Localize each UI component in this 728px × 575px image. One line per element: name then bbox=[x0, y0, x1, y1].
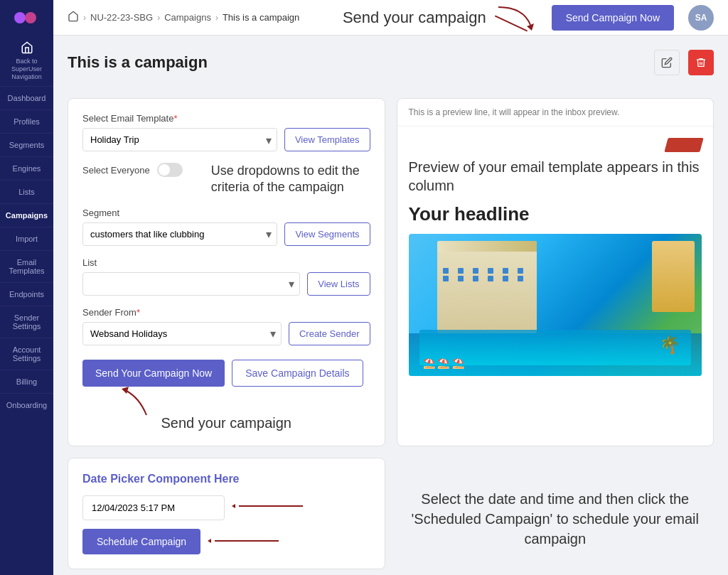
sender-select-wrapper: Websand Holidays ▾ bbox=[82, 322, 282, 345]
bottom-grid: Date Picker Component Here Schedule Camp… bbox=[68, 458, 714, 575]
preview-hotel-image: 🌴 ⛱️ ⛱️ ⛱️ bbox=[409, 234, 702, 376]
preview-header: This is a preview line, it will appear i… bbox=[397, 99, 714, 127]
hotel-tower bbox=[652, 241, 695, 312]
schedule-panel: Date Picker Component Here Schedule Camp… bbox=[68, 458, 385, 569]
list-row: ▾ View Lists bbox=[82, 272, 370, 296]
sidebar-item-email-templates[interactable]: Email Templates bbox=[0, 250, 53, 282]
brand-logo-shape bbox=[664, 138, 703, 152]
sidebar-item-profiles[interactable]: Profiles bbox=[0, 109, 53, 133]
sender-from-select[interactable]: Websand Holidays bbox=[82, 322, 282, 345]
schedule-campaign-button[interactable]: Schedule Campaign bbox=[82, 529, 200, 554]
send-campaign-now-button[interactable]: Send Campaign Now bbox=[552, 5, 674, 31]
schedule-section-title: Date Picker Component Here bbox=[82, 473, 370, 485]
email-template-label: Select Email Template* bbox=[82, 113, 370, 124]
email-template-group: Select Email Template* Holiday Trip ▾ Vi… bbox=[82, 113, 370, 151]
svg-point-1 bbox=[25, 12, 36, 23]
hotel-building bbox=[437, 241, 537, 333]
send-campaign-heading: Send your campaign bbox=[343, 9, 486, 27]
segment-group: Segment customers that like clubbing ▾ V… bbox=[82, 208, 370, 246]
main-content: › NU-22-23-SBG › Campaigns › This is a c… bbox=[53, 0, 728, 575]
sidebar-item-dashboard[interactable]: Dashboard bbox=[0, 86, 53, 109]
sidebar-item-import[interactable]: Import bbox=[0, 227, 53, 250]
sidebar-item-billing[interactable]: Billing bbox=[0, 370, 53, 393]
preview-body: Preview of your email template appears i… bbox=[397, 127, 714, 387]
email-template-select-wrapper: Holiday Trip ▾ bbox=[82, 128, 277, 151]
send-arrow-up-icon bbox=[104, 383, 161, 419]
sender-from-row: Websand Holidays ▾ Create Sender bbox=[82, 322, 370, 345]
date-picker-input[interactable] bbox=[82, 495, 225, 520]
breadcrumb-campaign-name: This is a campaign bbox=[223, 12, 299, 23]
send-hint-section: Send your campaign bbox=[82, 415, 370, 431]
sidebar-item-campaigns[interactable]: Campaigns bbox=[0, 203, 53, 227]
sidebar: Back to SuperUser Navigation Dashboard P… bbox=[0, 0, 53, 575]
preview-heading: Preview of your email template appears i… bbox=[409, 158, 702, 195]
svg-marker-3 bbox=[122, 387, 129, 394]
preview-subheading: Your headline bbox=[409, 203, 702, 225]
view-templates-button[interactable]: View Templates bbox=[284, 128, 370, 151]
list-group: List ▾ View Lists bbox=[82, 257, 370, 296]
list-label: List bbox=[82, 257, 370, 268]
select-everyone-label: Select Everyone bbox=[82, 165, 150, 176]
email-template-row: Holiday Trip ▾ View Templates bbox=[82, 128, 370, 151]
save-campaign-button[interactable]: Save Campaign Details bbox=[232, 360, 363, 387]
email-template-select[interactable]: Holiday Trip bbox=[82, 128, 277, 151]
palm-tree-icon: 🌴 bbox=[659, 335, 680, 355]
select-everyone-group: Select Everyone bbox=[82, 163, 183, 188]
schedule-arrow-icon bbox=[208, 530, 279, 552]
date-input-wrapper bbox=[82, 495, 225, 529]
home-icon bbox=[21, 41, 33, 54]
sender-from-group: Sender From* Websand Holidays ▾ Create S… bbox=[82, 307, 370, 345]
segment-label: Segment bbox=[82, 208, 370, 218]
create-sender-button[interactable]: Create Sender bbox=[289, 322, 370, 345]
edit-icon bbox=[661, 57, 673, 68]
breadcrumb-home-icon[interactable] bbox=[68, 11, 79, 24]
header-right: Send your campaign Send Campaign Now SA bbox=[343, 4, 714, 32]
sidebar-item-engines[interactable]: Engines bbox=[0, 156, 53, 180]
select-everyone-toggle[interactable] bbox=[157, 163, 183, 177]
schedule-hint-panel: Select the date and time and then click … bbox=[397, 458, 714, 575]
view-lists-button[interactable]: View Lists bbox=[307, 272, 370, 296]
sidebar-item-onboarding[interactable]: Onboarding bbox=[0, 393, 53, 417]
form-panel: Select Email Template* Holiday Trip ▾ Vi… bbox=[68, 98, 385, 446]
avatar: SA bbox=[688, 5, 714, 31]
schedule-hint-text: Select the date and time and then click … bbox=[397, 475, 714, 563]
sidebar-item-sender-settings[interactable]: Sender Settings bbox=[0, 306, 53, 338]
list-select[interactable] bbox=[82, 272, 300, 296]
segment-row: customers that like clubbing ▾ View Segm… bbox=[82, 222, 370, 246]
select-everyone-row: Select Everyone bbox=[82, 163, 183, 177]
edit-button[interactable] bbox=[654, 50, 680, 75]
header: › NU-22-23-SBG › Campaigns › This is a c… bbox=[53, 0, 728, 36]
trash-icon bbox=[695, 57, 707, 68]
breadcrumb-campaigns[interactable]: Campaigns bbox=[164, 12, 211, 23]
sidebar-item-account-settings[interactable]: Account Settings bbox=[0, 338, 53, 370]
view-segments-button[interactable]: View Segments bbox=[284, 222, 370, 246]
umbrellas-icon: ⛱️ ⛱️ ⛱️ bbox=[423, 358, 465, 369]
sidebar-back-navigation[interactable]: Back to SuperUser Navigation bbox=[0, 36, 53, 86]
sidebar-item-segments[interactable]: Segments bbox=[0, 133, 53, 156]
dropdowns-hint: Use dropdowns to edit the criteria of th… bbox=[211, 163, 368, 196]
sidebar-logo-icon bbox=[13, 7, 41, 28]
sidebar-item-lists[interactable]: Lists bbox=[0, 180, 53, 203]
sidebar-item-endpoints[interactable]: Endpoints bbox=[0, 282, 53, 306]
date-arrow-icon bbox=[232, 495, 303, 517]
sender-from-label: Sender From* bbox=[82, 307, 370, 318]
delete-button[interactable] bbox=[688, 50, 714, 75]
main-two-col: Select Email Template* Holiday Trip ▾ Vi… bbox=[68, 98, 714, 446]
schedule-btn-wrapper: Schedule Campaign bbox=[82, 529, 200, 554]
svg-marker-4 bbox=[232, 504, 235, 508]
page-actions bbox=[654, 50, 714, 75]
preview-panel: This is a preview line, it will appear i… bbox=[397, 98, 714, 446]
svg-point-0 bbox=[14, 12, 26, 23]
svg-marker-5 bbox=[208, 539, 211, 543]
page-title: This is a campaign bbox=[68, 53, 208, 72]
segment-select-wrapper: customers that like clubbing ▾ bbox=[82, 222, 277, 246]
breadcrumb-org[interactable]: NU-22-23-SBG bbox=[90, 12, 153, 23]
preview-line-text: This is a preview line, it will appear i… bbox=[409, 107, 620, 117]
segment-select[interactable]: customers that like clubbing bbox=[82, 222, 277, 246]
preview-logo bbox=[409, 138, 702, 152]
page-content: This is a campaign bbox=[53, 36, 728, 575]
list-select-wrapper: ▾ bbox=[82, 272, 300, 296]
breadcrumb: › NU-22-23-SBG › Campaigns › This is a c… bbox=[68, 11, 299, 24]
